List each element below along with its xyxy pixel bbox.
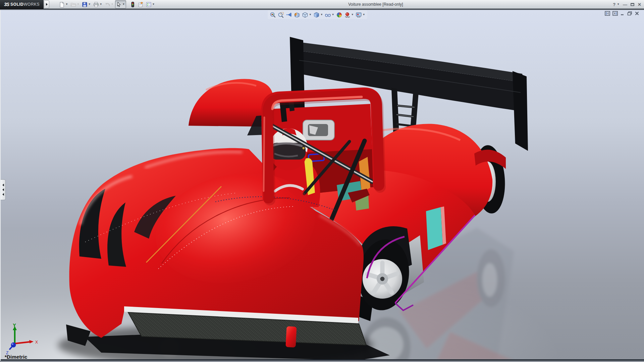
save-button[interactable]: ▼ <box>81 0 92 8</box>
hide-show-dropdown[interactable]: ▼ <box>332 13 334 16</box>
new-document-icon <box>59 2 65 7</box>
help-button[interactable]: ?▼ <box>613 2 620 7</box>
titlebar: 3S SOLIDWORKS ▼ ▼ ▼ <box>0 0 644 9</box>
hide-show-items-button[interactable]: ▼ <box>324 11 335 19</box>
save-icon <box>82 2 88 7</box>
previous-view-button[interactable] <box>285 11 293 19</box>
help-dropdown-arrow[interactable]: ▼ <box>617 3 620 6</box>
collapse-arrow-icon <box>2 193 4 196</box>
solidworks-logo: 3S SOLIDWORKS <box>0 0 44 9</box>
minimize-document-icon[interactable] <box>620 11 625 16</box>
options-button[interactable]: ▼ <box>145 0 156 8</box>
open-dropdown-arrow[interactable]: ▼ <box>77 3 79 6</box>
toggle-left-pane-icon[interactable] <box>605 11 610 16</box>
section-view-button[interactable] <box>293 11 301 19</box>
collapse-arrow-icon <box>2 184 4 186</box>
close-button[interactable]: ✕ <box>638 2 641 7</box>
options-list-icon <box>146 2 152 7</box>
model-scene[interactable] <box>1 10 644 361</box>
window-controls: ?▼ — ✕ <box>613 0 641 9</box>
zoom-to-area-button[interactable] <box>277 11 285 19</box>
select-cursor-icon <box>116 2 122 7</box>
graphics-area[interactable]: ▼ ▼ ▼ <box>0 10 644 361</box>
view-orientation-dropdown[interactable]: ▼ <box>309 13 312 16</box>
display-style-icon <box>313 12 320 18</box>
print-button[interactable]: ▼ <box>92 0 103 8</box>
options-dropdown-arrow[interactable]: ▼ <box>152 3 155 6</box>
window-bottom-edge <box>1 359 644 361</box>
restore-button[interactable] <box>631 3 634 6</box>
standard-toolbar: ▼ ▼ ▼ ▼ <box>58 0 156 8</box>
window-title: Voiture assomblee [Read-only] <box>121 2 631 7</box>
select-dropdown-arrow[interactable]: ▼ <box>122 3 125 6</box>
reference-triad: Y X Z <box>3 323 44 355</box>
minimize-button[interactable]: — <box>623 2 627 7</box>
collapse-arrow-icon <box>2 188 4 191</box>
toggle-right-pane-icon[interactable] <box>612 11 618 16</box>
view-orientation-button[interactable]: ▼ <box>301 11 312 19</box>
rebuild-button[interactable] <box>129 0 137 8</box>
zoom-to-fit-button[interactable] <box>269 11 277 19</box>
print-dropdown-arrow[interactable]: ▼ <box>100 3 102 6</box>
previous-view-icon <box>286 12 292 18</box>
view-orientation-label: *Dimetric <box>5 354 28 360</box>
undo-dropdown-arrow[interactable]: ▼ <box>111 3 114 6</box>
open-button[interactable]: ▼ <box>69 0 80 8</box>
file-properties-icon <box>138 2 144 7</box>
document-window-controls <box>605 11 639 16</box>
menu-expand-arrow[interactable] <box>44 0 49 8</box>
edit-appearance-icon <box>336 12 342 18</box>
zoom-to-area-icon <box>278 12 284 18</box>
apply-scene-button[interactable]: ▼ <box>343 11 355 19</box>
print-icon <box>93 2 99 7</box>
section-view-icon <box>294 12 300 18</box>
headsup-view-toolbar: ▼ ▼ ▼ <box>268 10 367 19</box>
close-document-icon[interactable] <box>635 11 639 16</box>
save-dropdown-arrow[interactable]: ▼ <box>88 3 91 6</box>
undo-icon <box>105 2 110 7</box>
display-style-dropdown[interactable]: ▼ <box>320 13 323 16</box>
apply-scene-dropdown[interactable]: ▼ <box>351 13 354 16</box>
apply-scene-icon <box>344 12 351 18</box>
select-button[interactable]: ▼ <box>115 0 126 8</box>
hide-show-items-icon <box>325 12 331 18</box>
undo-button[interactable]: ▼ <box>104 0 115 8</box>
restore-document-icon[interactable] <box>627 11 632 16</box>
brand-text: SOLIDWORKS <box>10 2 40 7</box>
display-style-button[interactable]: ▼ <box>313 11 324 19</box>
rear-view-mirror <box>303 120 334 140</box>
feature-tree-collapse-tab[interactable] <box>1 179 6 200</box>
view-settings-button[interactable]: ▼ <box>355 11 366 19</box>
zoom-to-fit-icon <box>270 12 276 18</box>
new-document-button[interactable]: ▼ <box>58 0 69 8</box>
file-properties-button[interactable] <box>137 0 145 8</box>
ds-logo-icon: 3S <box>4 2 9 7</box>
rebuild-traffic-light-icon <box>130 2 136 7</box>
open-folder-icon <box>70 2 76 7</box>
new-dropdown-arrow[interactable]: ▼ <box>65 3 68 6</box>
edit-appearance-button[interactable] <box>335 11 343 19</box>
solidworks-window: 3S SOLIDWORKS ▼ ▼ ▼ <box>0 0 644 362</box>
triad-x-label: X <box>35 340 38 345</box>
view-settings-icon <box>356 12 362 18</box>
view-settings-dropdown[interactable]: ▼ <box>363 13 365 16</box>
triad-y-label: Y <box>13 323 16 328</box>
view-orientation-icon <box>302 12 308 18</box>
